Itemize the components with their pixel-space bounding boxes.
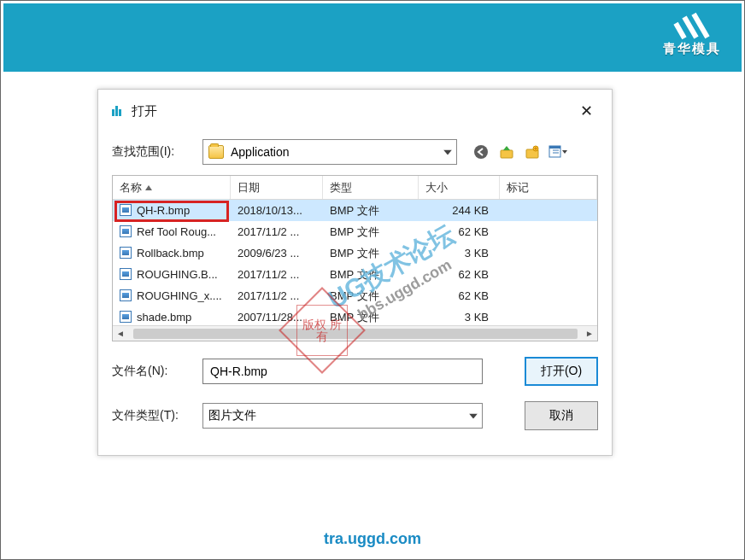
folder-icon — [208, 145, 224, 159]
file-row[interactable]: Rollback.bmp 2009/6/23 ... BMP 文件 3 KB — [113, 242, 597, 264]
app-icon — [112, 106, 124, 116]
col-size[interactable]: 大小 — [419, 176, 500, 199]
open-button[interactable]: 打开(O) — [525, 357, 598, 386]
sort-asc-icon — [145, 185, 152, 190]
file-listview: 名称 日期 类型 大小 标记 QH-R.bmp 2018/10/13... BM… — [112, 175, 598, 341]
file-icon — [120, 247, 132, 259]
file-row[interactable]: ROUGHING_x.... 2017/11/2 ... BMP 文件 62 K… — [113, 285, 597, 306]
scroll-left-icon[interactable]: ◄ — [114, 328, 126, 340]
listview-header: 名称 日期 类型 大小 标记 — [113, 176, 597, 200]
file-row[interactable]: ROUGHING.B... 2017/11/2 ... BMP 文件 62 KB — [113, 264, 597, 285]
file-icon — [120, 225, 132, 237]
scroll-thumb[interactable] — [133, 329, 578, 339]
chevron-down-icon — [442, 147, 453, 158]
nav-newfolder-button[interactable] — [522, 142, 543, 162]
footer-link: tra.uggd.com — [1, 530, 744, 548]
lookin-value: Application — [231, 145, 290, 159]
close-button[interactable]: ✕ — [575, 100, 598, 122]
col-name[interactable]: 名称 — [113, 176, 231, 199]
file-icon — [120, 268, 132, 280]
svg-rect-8 — [549, 146, 560, 149]
svg-point-3 — [474, 145, 488, 159]
logo-icon — [672, 12, 712, 39]
filename-label: 文件名(N): — [112, 364, 191, 379]
dialog-titlebar: 打开 ✕ — [112, 100, 598, 131]
lookin-label: 查找范围(I): — [112, 144, 196, 160]
nav-back-button[interactable] — [471, 142, 491, 162]
filename-input[interactable] — [202, 359, 483, 384]
top-banner: 青华模具 — [3, 3, 742, 72]
chevron-down-icon — [467, 411, 478, 422]
lookin-combo[interactable]: Application — [202, 139, 457, 165]
filetype-value: 图片文件 — [208, 408, 256, 423]
file-icon — [120, 289, 132, 301]
file-icon — [120, 204, 132, 216]
svg-rect-0 — [673, 22, 686, 39]
listview-body[interactable]: QH-R.bmp 2018/10/13... BMP 文件 244 KB Ref… — [113, 200, 597, 325]
scroll-right-icon[interactable]: ► — [584, 328, 595, 340]
file-icon — [120, 311, 132, 323]
filetype-combo[interactable]: 图片文件 — [202, 403, 483, 429]
brand-text: 青华模具 — [663, 41, 721, 57]
file-row[interactable]: QH-R.bmp 2018/10/13... BMP 文件 244 KB — [113, 200, 597, 221]
nav-up-button[interactable] — [496, 142, 517, 162]
file-row[interactable]: Ref Tool Roug... 2017/11/2 ... BMP 文件 62… — [113, 221, 597, 242]
form-area: 文件名(N): 打开(O) 文件类型(T): 图片文件 取消 — [112, 357, 598, 430]
banner-logo: 青华模具 — [663, 12, 721, 57]
col-type[interactable]: 类型 — [323, 176, 419, 199]
page-container: 青华模具 打开 ✕ 查找范围(I): Application — [0, 0, 745, 560]
col-date[interactable]: 日期 — [231, 176, 323, 199]
cancel-button[interactable]: 取消 — [525, 401, 598, 430]
filetype-label: 文件类型(T): — [112, 408, 191, 423]
svg-rect-4 — [501, 150, 513, 158]
col-tag[interactable]: 标记 — [500, 176, 597, 199]
horizontal-scrollbar[interactable]: ◄ ► — [113, 325, 597, 341]
nav-viewmenu-button[interactable] — [548, 142, 568, 162]
open-file-dialog: 打开 ✕ 查找范围(I): Application — [97, 89, 613, 456]
dialog-title: 打开 — [132, 103, 157, 120]
lookin-row: 查找范围(I): Application — [112, 139, 598, 165]
file-row[interactable]: shade.bmp 2007/11/28... BMP 文件 3 KB — [113, 306, 597, 325]
nav-toolbar — [471, 142, 568, 162]
